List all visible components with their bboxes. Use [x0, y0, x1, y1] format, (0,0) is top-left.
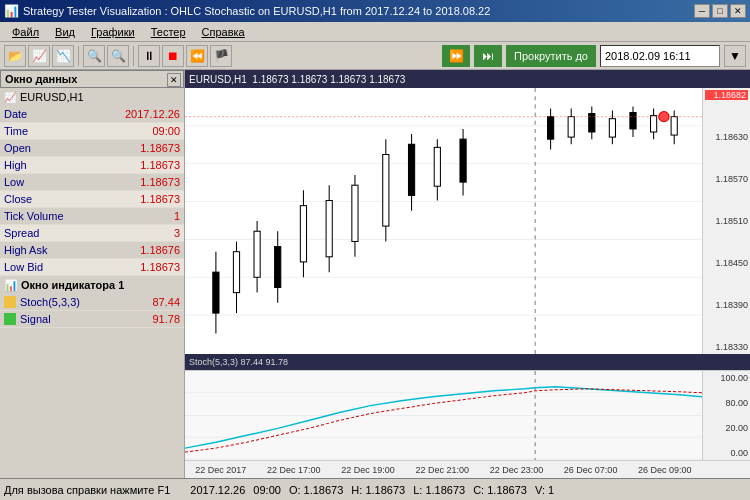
- data-label-6: Tick Volume: [0, 210, 85, 222]
- data-label-9: Low Bid: [0, 261, 85, 273]
- status-time: 09:00: [253, 484, 281, 496]
- indicator-row: Signal 91.78: [0, 311, 184, 328]
- menu-file[interactable]: Файл: [4, 24, 47, 40]
- symbol-row: 📈 EURUSD,H1: [0, 88, 184, 106]
- status-close: C: 1.18673: [473, 484, 527, 496]
- data-row: Close 1.18673: [0, 191, 184, 208]
- data-value-4: 1.18673: [85, 176, 184, 188]
- time-label-6: 26 Dec 09:00: [638, 465, 692, 475]
- svg-rect-16: [275, 247, 281, 288]
- svg-rect-38: [609, 119, 615, 137]
- window-controls: ─ □ ✕: [694, 4, 746, 18]
- price-label-6: 1.18330: [705, 342, 748, 352]
- toolbar-btn-stop[interactable]: ⏹: [162, 45, 184, 67]
- data-row: Tick Volume 1: [0, 208, 184, 225]
- time-label-4: 22 Dec 23:00: [490, 465, 544, 475]
- status-high: H: 1.18673: [351, 484, 405, 496]
- ind-price-label-1: 80.00: [705, 398, 748, 408]
- indicator-label-0: Stoch(5,3,3): [20, 296, 75, 308]
- indicator-chart-main: [185, 370, 702, 460]
- left-panel: Окно данных ✕ 📈 EURUSD,H1 Date 2017.12.2…: [0, 70, 185, 478]
- data-label-4: Low: [0, 176, 85, 188]
- title-bar: 📊 Strategy Tester Visualization : OHLC S…: [0, 0, 750, 22]
- minimize-button[interactable]: ─: [694, 4, 710, 18]
- svg-rect-34: [568, 117, 574, 137]
- status-volume: V: 1: [535, 484, 554, 496]
- data-label-2: Open: [0, 142, 85, 154]
- svg-rect-42: [651, 116, 657, 132]
- menu-bar: Файл Вид Графики Тестер Справка: [0, 22, 750, 42]
- data-label-3: High: [0, 159, 85, 171]
- data-value-1: 09:00: [85, 125, 184, 137]
- menu-charts[interactable]: Графики: [83, 24, 143, 40]
- toolbar-btn-fast-fwd[interactable]: ⏩: [442, 45, 470, 67]
- indicator-icon-1: [4, 313, 16, 325]
- toolbar-btn-zoom-in[interactable]: 🔍: [83, 45, 105, 67]
- indicator-section-label: Окно индикатора 1: [21, 279, 124, 291]
- data-value-8: 1.18676: [85, 244, 184, 256]
- time-label-3: 22 Dec 21:00: [415, 465, 469, 475]
- status-bar: Для вызова справки нажмите F1 2017.12.26…: [0, 478, 750, 500]
- panel-close-button[interactable]: ✕: [167, 73, 181, 87]
- data-value-2: 1.18673: [85, 142, 184, 154]
- price-axis: 1.18682 1.18630 1.18570 1.18510 1.18450 …: [702, 88, 750, 354]
- scroll-to-button[interactable]: Прокрутить до: [506, 45, 596, 67]
- price-label-2: 1.18570: [705, 174, 748, 184]
- toolbar-btn-zoom-out[interactable]: 🔍: [107, 45, 129, 67]
- svg-rect-20: [326, 201, 332, 257]
- indicator-chart[interactable]: 100.00 80.00 20.00 0.00: [185, 370, 750, 460]
- toolbar-btn-3[interactable]: 📉: [52, 45, 74, 67]
- data-value-9: 1.18673: [85, 261, 184, 273]
- data-table: Date 2017.12.26 Time 09:00 Open 1.18673 …: [0, 106, 184, 276]
- menu-tester[interactable]: Тестер: [143, 24, 194, 40]
- data-label-5: Close: [0, 193, 85, 205]
- status-date: 2017.12.26: [190, 484, 245, 496]
- toolbar-btn-play[interactable]: ⏸: [138, 45, 160, 67]
- indicator-label-1: Signal: [20, 313, 75, 325]
- data-row: Open 1.18673: [0, 140, 184, 157]
- price-label-1: 1.18630: [705, 132, 748, 142]
- dropdown-btn[interactable]: ▼: [724, 45, 746, 67]
- main-chart-container[interactable]: 1.18682 1.18630 1.18570 1.18510 1.18450 …: [185, 88, 750, 354]
- maximize-button[interactable]: □: [712, 4, 728, 18]
- datetime-input[interactable]: [600, 45, 720, 67]
- toolbar-btn-last[interactable]: ⏭: [474, 45, 502, 67]
- indicator-section-icon: 📊: [4, 279, 18, 292]
- toolbar-right: ⏩ ⏭ Прокрутить до ▼: [442, 45, 746, 67]
- toolbar-btn-1[interactable]: 📂: [4, 45, 26, 67]
- menu-help[interactable]: Справка: [194, 24, 253, 40]
- svg-rect-22: [352, 185, 358, 241]
- data-value-0: 2017.12.26: [85, 108, 184, 120]
- time-axis: 22 Dec 2017 22 Dec 17:00 22 Dec 19:00 22…: [185, 460, 750, 478]
- indicator-info-label: Stoch(5,3,3) 87.44 91.78: [185, 354, 750, 370]
- toolbar-btn-flag[interactable]: 🏴: [210, 45, 232, 67]
- data-value-3: 1.18673: [85, 159, 184, 171]
- data-label-1: Time: [0, 125, 85, 137]
- svg-rect-14: [254, 231, 260, 277]
- svg-rect-32: [548, 117, 554, 140]
- indicator-row: Stoch(5,3,3) 87.44: [0, 294, 184, 311]
- data-row: Low Bid 1.18673: [0, 259, 184, 276]
- indicator-section-header: 📊 Окно индикатора 1: [0, 276, 184, 294]
- data-row: Time 09:00: [0, 123, 184, 140]
- chart-symbol: EURUSD,H1: [189, 74, 252, 85]
- panel-header: Окно данных ✕: [0, 70, 184, 88]
- svg-rect-24: [383, 155, 389, 227]
- chart-area: EURUSD,H1 1.18673 1.18673 1.18673 1.1867…: [185, 70, 750, 478]
- indicator-rows: Stoch(5,3,3) 87.44 Signal 91.78: [0, 294, 184, 328]
- candlestick-chart: [185, 88, 702, 354]
- chart-values: 1.18673 1.18673 1.18673 1.18673: [252, 74, 405, 85]
- toolbar-btn-rewind[interactable]: ⏪: [186, 45, 208, 67]
- toolbar-sep-1: [78, 46, 79, 66]
- time-label-0: 22 Dec 2017: [195, 465, 246, 475]
- menu-view[interactable]: Вид: [47, 24, 83, 40]
- time-label-5: 26 Dec 07:00: [564, 465, 618, 475]
- toolbar-btn-2[interactable]: 📈: [28, 45, 50, 67]
- chart-info-bar: EURUSD,H1 1.18673 1.18673 1.18673 1.1867…: [185, 70, 750, 88]
- status-help: Для вызова справки нажмите F1: [4, 484, 170, 496]
- close-button[interactable]: ✕: [730, 4, 746, 18]
- chart-main: [185, 88, 702, 354]
- data-label-8: High Ask: [0, 244, 85, 256]
- window-title: Strategy Tester Visualization : OHLC Sto…: [23, 5, 694, 17]
- svg-rect-1: [185, 88, 702, 354]
